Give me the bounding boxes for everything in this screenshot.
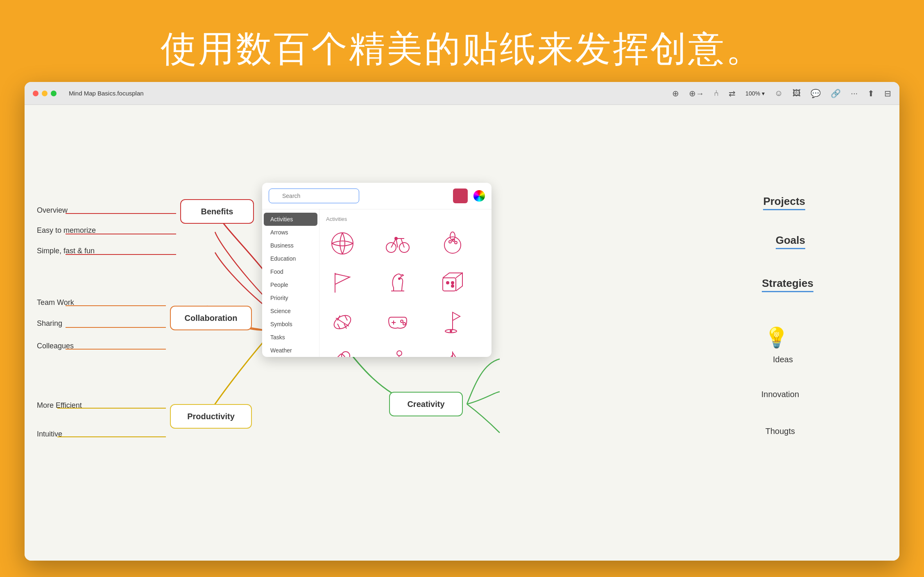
svg-point-11 [395, 237, 397, 240]
creativity-node[interactable]: Creativity [389, 392, 463, 416]
label-innovation: Innovation [761, 390, 799, 399]
svg-point-13 [449, 241, 451, 243]
sticker-running[interactable] [381, 345, 414, 357]
sticker-chess-horse[interactable] [381, 266, 414, 299]
connect-icon[interactable]: ⊕→ [689, 89, 704, 98]
emoji-icon[interactable]: ☺ [775, 89, 783, 98]
branch-icon[interactable]: ⑃ [714, 89, 719, 98]
svg-point-15 [455, 241, 457, 244]
sticker-dice[interactable] [436, 266, 469, 299]
svg-line-29 [337, 324, 340, 329]
category-symbols[interactable]: Symbols [264, 318, 317, 331]
filename-label: Mind Map Basics.focusplan [69, 90, 144, 97]
svg-rect-38 [333, 353, 346, 357]
zoom-control[interactable]: 100% ▾ [745, 90, 765, 97]
label-teamwork: Team Work [37, 298, 74, 307]
app-window: Mind Map Basics.focusplan ⊕ ⊕→ ⑃ ⇄ 100% … [25, 82, 899, 561]
toolbar: ⊕ ⊕→ ⑃ ⇄ 100% ▾ ☺ 🖼 💬 🔗 ··· ⬆ ⊟ [672, 89, 891, 98]
svg-point-39 [397, 351, 402, 356]
svg-point-19 [399, 278, 400, 279]
label-more-efficient: More Efficient [37, 401, 82, 410]
sticker-grid-area: Activities [319, 209, 491, 357]
category-education[interactable]: Education [264, 252, 317, 265]
svg-line-28 [345, 316, 347, 320]
collaboration-node[interactable]: Collaboration [170, 306, 252, 330]
category-food[interactable]: Food [264, 265, 317, 278]
search-wrapper: 🔍 [269, 189, 449, 203]
add-node-icon[interactable]: ⊕ [672, 89, 679, 98]
page-heading: 使用数百个精美的贴纸来发挥创意。 [0, 0, 924, 94]
traffic-lights [33, 91, 57, 96]
share-icon[interactable]: ⬆ [867, 89, 874, 98]
more-icon[interactable]: ··· [851, 89, 858, 98]
sticker-section-title: Activities [326, 216, 485, 222]
close-button[interactable] [33, 91, 38, 96]
color-swatch[interactable] [453, 189, 468, 203]
svg-point-32 [401, 320, 403, 323]
sticker-bicycle[interactable] [381, 227, 414, 260]
popup-body: Activities Arrows Business Education Foo… [262, 209, 491, 357]
sticker-gamepad[interactable] [381, 306, 414, 338]
sticker-football[interactable] [326, 306, 359, 338]
lightbulb-icon: 💡 [764, 326, 789, 349]
svg-point-22 [451, 285, 454, 287]
sticker-popup: 🔍 Activities Arrows Business Education F… [262, 183, 491, 357]
label-sharing: Sharing [37, 319, 62, 328]
popup-header: 🔍 [262, 183, 491, 209]
title-bar: Mind Map Basics.focusplan ⊕ ⊕→ ⑃ ⇄ 100% … [25, 82, 899, 105]
category-business[interactable]: Business [264, 239, 317, 252]
productivity-node[interactable]: Productivity [170, 404, 252, 429]
label-simple-fast: Simple, fast & fun [37, 247, 95, 255]
comment-icon[interactable]: 💬 [811, 89, 821, 98]
image-icon[interactable]: 🖼 [793, 89, 801, 98]
category-science[interactable]: Science [264, 304, 317, 318]
category-list: Activities Arrows Business Education Foo… [262, 209, 319, 357]
sticker-pingpong[interactable] [326, 345, 359, 357]
link-icon[interactable]: 🔗 [831, 89, 841, 98]
category-activities[interactable]: Activities [264, 213, 317, 226]
canvas-area: Mind Mapping Benefits Collaboration Prod… [25, 105, 899, 561]
category-tasks[interactable]: Tasks [264, 331, 317, 344]
maximize-button[interactable] [51, 91, 57, 96]
sticker-grid [326, 227, 485, 357]
label-intuitive: Intuitive [37, 430, 62, 438]
sticker-bowling[interactable] [436, 227, 469, 260]
category-priority[interactable]: Priority [264, 291, 317, 304]
category-arrows[interactable]: Arrows [264, 226, 317, 239]
svg-point-8 [332, 233, 353, 254]
minimize-button[interactable] [42, 91, 48, 96]
label-overview: Overview [37, 206, 68, 215]
sticker-sailboat[interactable] [436, 345, 469, 357]
label-easy-memorize: Easy to memorize [37, 226, 96, 235]
label-projects: Projects [763, 195, 805, 208]
svg-rect-20 [443, 278, 456, 291]
svg-point-33 [403, 323, 405, 325]
label-strategies: Strategies [762, 277, 813, 290]
category-people[interactable]: People [264, 278, 317, 291]
sidebar-icon[interactable]: ⊟ [884, 89, 891, 98]
sticker-basketball[interactable] [326, 227, 359, 260]
sticker-flag[interactable] [326, 266, 359, 299]
svg-point-23 [451, 282, 454, 284]
sticker-golf[interactable] [436, 306, 469, 338]
category-weather[interactable]: Weather [264, 344, 317, 357]
label-colleagues: Colleagues [37, 342, 74, 350]
label-ideas: Ideas [773, 355, 793, 364]
label-thoughts: Thougts [765, 427, 795, 436]
arrange-icon[interactable]: ⇄ [729, 89, 736, 98]
svg-point-36 [450, 330, 452, 332]
benefits-node[interactable]: Benefits [180, 199, 254, 224]
svg-point-21 [446, 282, 449, 284]
label-goals: Goals [776, 234, 805, 247]
color-wheel[interactable] [473, 190, 485, 202]
search-input[interactable] [269, 189, 359, 203]
